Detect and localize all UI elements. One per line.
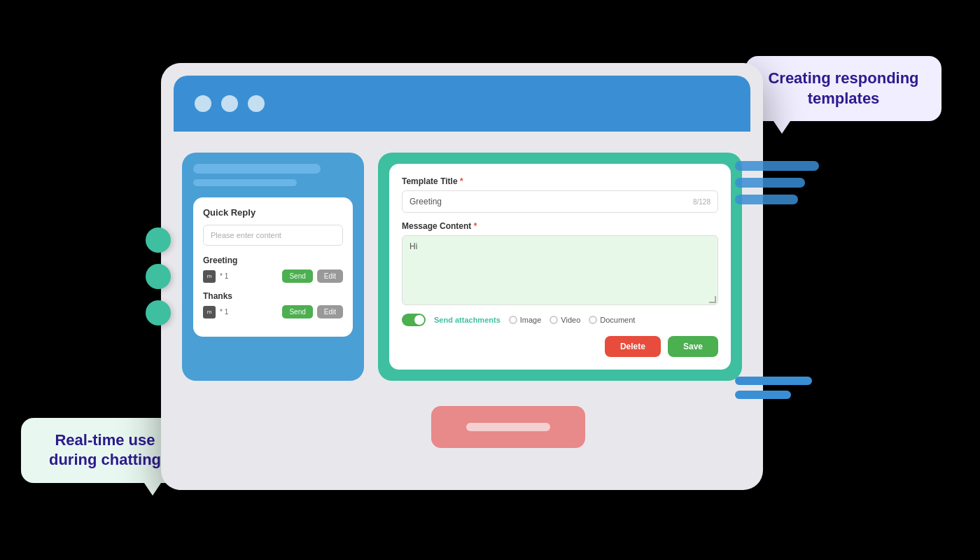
- greeting-icon: m: [203, 270, 216, 283]
- thanks-count: * 1: [220, 308, 278, 316]
- greeting-send-button[interactable]: Send: [282, 270, 312, 283]
- side-circle-3: [146, 300, 171, 326]
- char-count: 8/128: [693, 198, 710, 206]
- radio-video[interactable]: Video: [550, 316, 580, 324]
- window-dot-3: [248, 95, 265, 112]
- quick-reply-placeholder: Please enter content: [211, 231, 281, 239]
- reply-item-thanks-title: Thanks: [203, 291, 343, 301]
- side-circle-1: [146, 227, 171, 253]
- thanks-icon: m: [203, 306, 216, 318]
- template-title-label: Template Title *: [402, 176, 718, 186]
- right-bar-2: [735, 178, 805, 188]
- radio-document[interactable]: Document: [589, 316, 635, 324]
- radio-video-label: Video: [561, 316, 580, 324]
- quick-reply-panel: Quick Reply Please enter content Greetin…: [182, 153, 364, 381]
- radio-document-label: Document: [600, 316, 635, 324]
- reply-item-greeting-title: Greeting: [203, 255, 343, 265]
- reply-item-greeting: Greeting m * 1 Send Edit: [203, 255, 343, 283]
- quick-reply-input[interactable]: Please enter content: [203, 225, 343, 246]
- template-panel: Template Title * Greeting 8/128 Message …: [378, 153, 742, 381]
- template-title-value: Greeting: [410, 197, 442, 206]
- radio-image-label: Image: [520, 316, 542, 324]
- quick-reply-card: Quick Reply Please enter content Greetin…: [193, 197, 353, 337]
- greeting-count: * 1: [220, 272, 278, 280]
- bottom-bar-2: [735, 391, 791, 399]
- browser-window: Quick Reply Please enter content Greetin…: [161, 63, 763, 490]
- toggle-knob: [414, 315, 424, 325]
- quick-reply-title: Quick Reply: [203, 207, 343, 218]
- attachments-row: Send attachments Image Video: [402, 314, 718, 326]
- bottom-pink-bar: [466, 423, 550, 431]
- panel-search-bar2: [193, 179, 297, 186]
- browser-content: Quick Reply Please enter content Greetin…: [161, 139, 763, 395]
- panel-search-bar: [193, 164, 321, 174]
- radio-circle-video: [550, 316, 558, 324]
- bottom-pink-block: [431, 406, 585, 448]
- speech-bubble-left-text: Real-time use during chatting: [38, 430, 172, 470]
- radio-group: Image Video Document: [509, 316, 636, 324]
- title-required-star: *: [460, 176, 463, 186]
- window-dot-1: [195, 95, 211, 112]
- template-title-input[interactable]: Greeting 8/128: [402, 190, 718, 213]
- speech-bubble-right: Creating responding templates: [746, 56, 941, 121]
- reply-item-greeting-row: m * 1 Send Edit: [203, 270, 343, 283]
- bottom-right-block: [735, 377, 812, 399]
- action-row: Delete Save: [402, 336, 718, 357]
- message-textarea-wrapper: Hi: [402, 235, 718, 305]
- message-textarea[interactable]: Hi: [402, 235, 718, 305]
- save-button[interactable]: Save: [668, 336, 718, 357]
- thanks-edit-button[interactable]: Edit: [317, 305, 343, 318]
- browser-titlebar: [174, 76, 750, 132]
- attachments-label: Send attachments: [434, 316, 500, 324]
- right-bar-1: [735, 161, 819, 171]
- message-value: Hi: [410, 241, 417, 251]
- right-bar-3: [735, 195, 798, 204]
- speech-bubble-right-text: Creating responding templates: [762, 69, 925, 108]
- message-content-label: Message Content *: [402, 221, 718, 231]
- attachments-toggle[interactable]: [402, 314, 426, 326]
- template-card: Template Title * Greeting 8/128 Message …: [389, 164, 731, 370]
- resize-handle: [709, 296, 716, 303]
- bottom-bar-1: [735, 377, 812, 385]
- message-required-star: *: [474, 221, 477, 231]
- thanks-send-button[interactable]: Send: [282, 305, 312, 318]
- window-dot-2: [221, 95, 238, 112]
- reply-item-thanks-row: m * 1 Send Edit: [203, 305, 343, 318]
- radio-circle-image: [509, 316, 517, 324]
- radio-circle-document: [589, 316, 597, 324]
- greeting-edit-button[interactable]: Edit: [317, 270, 343, 283]
- radio-image[interactable]: Image: [509, 316, 542, 324]
- side-circle-2: [146, 264, 171, 289]
- scene: Creating responding templates Real-time …: [0, 0, 980, 560]
- delete-button[interactable]: Delete: [605, 336, 661, 357]
- right-bars: [735, 161, 819, 204]
- reply-item-thanks: Thanks m * 1 Send Edit: [203, 291, 343, 318]
- side-circles: [146, 227, 171, 326]
